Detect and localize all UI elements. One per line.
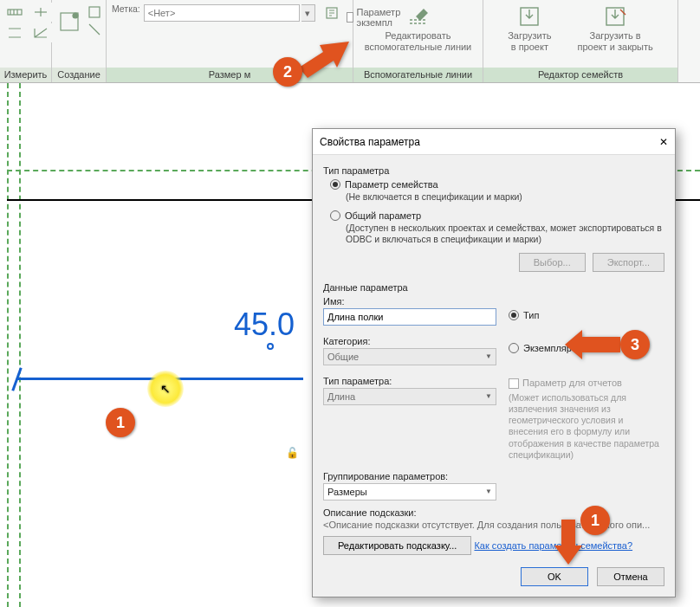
edit-reflines-l2: вспомогательные линии xyxy=(365,42,472,52)
cursor-highlight xyxy=(147,371,184,407)
svg-rect-0 xyxy=(8,10,22,15)
svg-rect-3 xyxy=(89,7,100,17)
checkbox-icon xyxy=(509,378,519,389)
checkbox-icon xyxy=(347,12,353,23)
chevron-down-icon: ▼ xyxy=(485,352,492,360)
dialog-titlebar[interactable]: Свойства параметра ✕ xyxy=(313,129,675,155)
svg-marker-8 xyxy=(565,330,620,359)
report-note: (Может использоваться для извлечения зна… xyxy=(509,392,664,461)
arrow-2-icon xyxy=(299,42,349,80)
panel-editor: Загрузитьв проект Загрузить впроект и за… xyxy=(483,0,678,82)
dimension-value[interactable]: 45.0 xyxy=(234,307,295,343)
report-chk-label: Параметр для отчетов xyxy=(522,378,622,388)
category-label: Категория: xyxy=(323,336,496,346)
ref-line-v2 xyxy=(19,83,21,607)
close-icon[interactable]: ✕ xyxy=(659,136,668,148)
create-tool-1-icon[interactable] xyxy=(55,3,83,41)
chevron-down-icon: ▼ xyxy=(485,488,492,495)
param-data-label: Данные параметра xyxy=(323,282,664,293)
dim-grip-icon[interactable] xyxy=(267,343,274,350)
panel-reflines-title: Вспомогательные линии xyxy=(353,68,483,82)
parameter-properties-dialog: Свойства параметра ✕ Тип параметра Парам… xyxy=(312,128,676,597)
radio-type[interactable]: Тип xyxy=(509,310,664,320)
report-checkbox: Параметр для отчетов xyxy=(509,378,664,389)
help-link[interactable]: Как создать параметры семейства? xyxy=(474,540,632,551)
ok-button[interactable]: OK xyxy=(521,567,588,586)
radio-on-icon xyxy=(509,310,519,320)
load-l2: в проект xyxy=(511,42,548,52)
ptype-combo: Длина▼ xyxy=(323,388,496,405)
tooltip-label: Описание подсказки: xyxy=(323,507,664,518)
create-tool-2-icon[interactable] xyxy=(87,4,102,20)
radio-shared-param[interactable]: Общий параметр xyxy=(330,210,664,221)
callout-3: 3 xyxy=(620,330,650,359)
measure-tool-1-icon[interactable] xyxy=(3,3,26,22)
edit-tooltip-button[interactable]: Редактировать подсказку... xyxy=(323,536,471,555)
group-label: Группирование параметров: xyxy=(323,471,496,481)
panel-measure-title: Измерить xyxy=(0,68,51,82)
panel-editor-title: Редактор семейств xyxy=(483,68,677,82)
measure-tool-2-icon[interactable] xyxy=(3,23,26,42)
cancel-button[interactable]: Отмена xyxy=(597,567,664,586)
svg-marker-9 xyxy=(554,520,582,565)
edit-reflines-l1: Редактировать xyxy=(386,30,451,41)
callout-4: 1 xyxy=(580,506,610,535)
metka-label: Метка: xyxy=(112,3,140,14)
callout-1: 1 xyxy=(106,408,135,437)
load-l1: Загрузить xyxy=(508,30,551,41)
category-value: Общие xyxy=(327,352,359,362)
export-button: Экспорт... xyxy=(593,253,664,272)
select-button: Выбор... xyxy=(519,253,586,272)
loadc-l1: Загрузить в xyxy=(590,30,641,41)
name-label: Имя: xyxy=(323,296,496,307)
category-combo[interactable]: Общие▼ xyxy=(323,348,496,365)
create-tool-3-icon[interactable] xyxy=(87,22,102,37)
panel-measure: Измерить xyxy=(0,0,52,82)
ptype-value: Длина xyxy=(327,391,355,402)
metka-combo[interactable]: ▾ xyxy=(144,3,343,23)
chevron-down-icon[interactable]: ▾ xyxy=(301,4,315,22)
radio-shared-label: Общий параметр xyxy=(345,210,421,221)
tooltip-text: <Описание подсказки отсутствует. Для соз… xyxy=(323,520,664,530)
group-combo[interactable]: Размеры▼ xyxy=(323,483,496,500)
loadc-l2: проект и закрыть xyxy=(577,42,652,52)
measure-tool-3-icon[interactable] xyxy=(29,3,52,22)
group-value: Размеры xyxy=(327,487,367,497)
shared-hint: (Доступен в нескольких проектах и семейс… xyxy=(346,223,664,246)
radio-off-icon xyxy=(509,343,519,353)
name-input[interactable] xyxy=(323,308,496,326)
lock-icon[interactable]: 🔓 xyxy=(286,447,299,459)
panel-reflines: Редактироватьвспомогательные линии Вспом… xyxy=(353,0,483,82)
radio-family-label: Параметр семейства xyxy=(345,179,438,190)
radio-on-icon xyxy=(330,179,340,190)
load-project-button[interactable]: Загрузитьв проект xyxy=(501,3,558,54)
ptype-label: Тип параметра: xyxy=(323,376,496,386)
metka-input[interactable] xyxy=(144,4,300,22)
radio-type-label: Тип xyxy=(523,310,539,320)
edit-reflines-button[interactable]: Редактироватьвспомогательные линии xyxy=(358,3,479,54)
svg-marker-7 xyxy=(299,42,349,78)
family-hint: (Не включается в спецификации и марки) xyxy=(346,191,664,203)
param-type-label: Тип параметра xyxy=(323,165,664,176)
radio-family-param[interactable]: Параметр семейства xyxy=(330,179,664,190)
ref-line-v1 xyxy=(7,83,9,607)
measure-tool-4-icon[interactable] xyxy=(29,23,52,42)
chevron-down-icon: ▼ xyxy=(485,392,492,400)
panel-create: Создание xyxy=(52,0,107,82)
svg-point-2 xyxy=(73,13,78,18)
ribbon: Измерить Создание Метка: ▾ Параметр экзе… xyxy=(0,0,700,83)
arrow-4-icon xyxy=(554,520,582,566)
panel-create-title: Создание xyxy=(52,68,106,82)
arrow-3-icon xyxy=(565,330,620,361)
callout-2: 2 xyxy=(273,57,302,87)
dialog-title: Свойства параметра xyxy=(320,136,420,148)
radio-off-icon xyxy=(330,210,340,221)
metka-edit-icon[interactable] xyxy=(321,3,343,23)
load-close-button[interactable]: Загрузить впроект и закрыть xyxy=(570,3,659,54)
